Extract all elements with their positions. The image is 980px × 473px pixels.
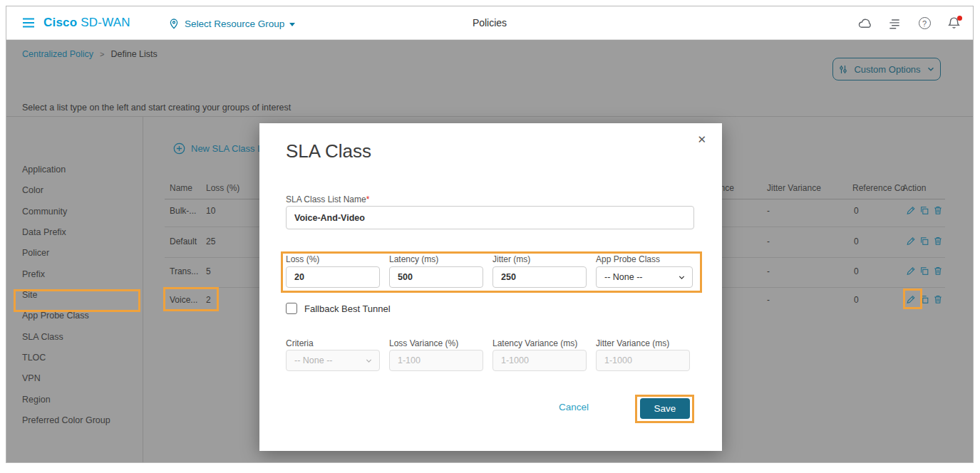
criteria-select: -- None -- bbox=[286, 350, 380, 371]
required-asterisk: * bbox=[366, 194, 370, 204]
loss-input[interactable] bbox=[286, 266, 380, 288]
header-icon-group: ? bbox=[857, 6, 961, 40]
caret-down-icon bbox=[289, 23, 295, 26]
criteria-value: -- None -- bbox=[294, 355, 332, 365]
app-probe-class-value: -- None -- bbox=[604, 272, 642, 282]
cloud-icon[interactable] bbox=[857, 16, 872, 31]
criteria-label: Criteria bbox=[286, 338, 314, 348]
close-icon[interactable]: ✕ bbox=[697, 133, 706, 146]
latency-label: Latency (ms) bbox=[389, 254, 438, 264]
jitter-input[interactable] bbox=[492, 266, 587, 288]
notifications-bell-icon[interactable] bbox=[947, 16, 961, 31]
help-icon[interactable]: ? bbox=[917, 16, 932, 31]
page-title: Policies bbox=[6, 17, 973, 28]
jitter-variance-input bbox=[596, 350, 690, 371]
select-chevron-icon bbox=[678, 274, 686, 281]
jitter-label: Jitter (ms) bbox=[492, 254, 530, 264]
fallback-best-tunnel-label: Fallback Best Tunnel bbox=[304, 303, 391, 314]
resource-group-label: Select Resource Group bbox=[185, 19, 284, 29]
latency-variance-label: Latency Variance (ms) bbox=[492, 338, 577, 348]
fallback-best-tunnel-checkbox[interactable] bbox=[286, 303, 297, 314]
brand-sdwan: SD-WAN bbox=[81, 16, 130, 29]
modal-title: SLA Class bbox=[286, 140, 371, 162]
jitter-variance-label: Jitter Variance (ms) bbox=[596, 338, 669, 348]
loss-variance-label: Loss Variance (%) bbox=[389, 338, 458, 348]
location-pin-icon bbox=[168, 18, 180, 30]
app-probe-class-select[interactable]: -- None -- bbox=[596, 266, 693, 288]
brand-logo: CiscoSD-WAN bbox=[43, 16, 130, 30]
brand-cisco: Cisco bbox=[43, 16, 77, 29]
hamburger-menu-icon[interactable] bbox=[22, 17, 35, 28]
select-chevron-icon bbox=[365, 357, 373, 365]
latency-variance-input bbox=[492, 350, 587, 371]
app-probe-class-label: App Probe Class bbox=[596, 254, 660, 264]
loss-variance-input bbox=[389, 350, 483, 371]
cancel-button[interactable]: Cancel bbox=[559, 402, 589, 412]
loss-label: Loss (%) bbox=[286, 254, 319, 264]
task-list-icon[interactable] bbox=[887, 16, 902, 31]
sla-class-name-input[interactable] bbox=[286, 206, 694, 229]
save-button[interactable]: Save bbox=[640, 398, 690, 419]
resource-group-selector[interactable]: Select Resource Group bbox=[168, 16, 295, 31]
sla-class-modal: SLA Class ✕ SLA Class List Name* Loss (%… bbox=[259, 123, 722, 451]
name-field-label: SLA Class List Name* bbox=[286, 194, 369, 204]
top-header: CiscoSD-WAN Select Resource Group Polici… bbox=[6, 6, 973, 40]
app-window: CiscoSD-WAN Select Resource Group Polici… bbox=[6, 6, 974, 463]
notification-dot bbox=[957, 16, 962, 21]
latency-input[interactable] bbox=[389, 266, 483, 288]
